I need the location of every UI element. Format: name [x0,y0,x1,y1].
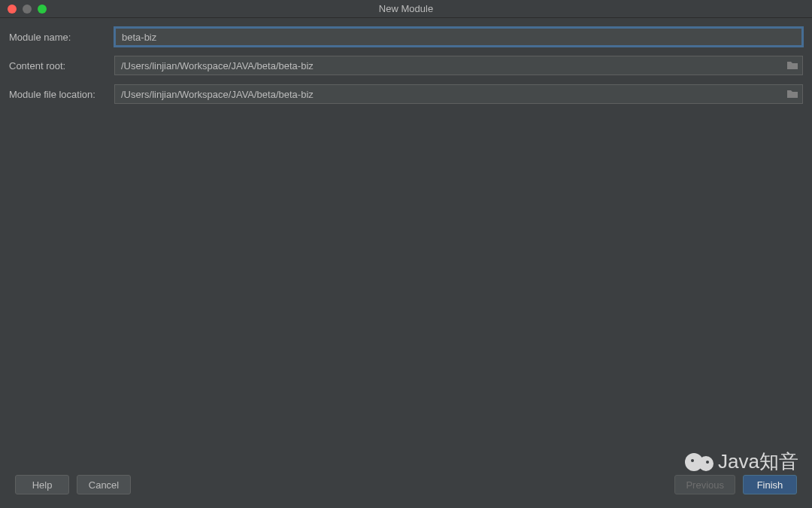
titlebar: New Module [0,0,812,18]
browse-folder-icon[interactable] [786,90,798,99]
module-file-location-label: Module file location: [9,89,114,100]
minimize-window-button[interactable] [23,5,32,14]
content-root-row: Content root: [9,56,803,75]
module-file-location-row: Module file location: [9,84,803,104]
module-name-row: Module name: [9,27,803,47]
content-root-wrap [114,56,803,75]
module-name-label: Module name: [9,32,114,43]
maximize-window-button[interactable] [38,5,47,14]
form-content: Module name: Content root: Module file l… [0,18,812,122]
module-name-input[interactable] [114,27,803,47]
button-bar: Help Cancel Previous Finish [0,475,812,494]
browse-folder-icon[interactable] [786,61,798,70]
finish-button[interactable]: Finish [743,475,797,494]
module-file-location-input[interactable] [114,84,803,104]
watermark: Java知音 [685,449,798,475]
cancel-button[interactable]: Cancel [77,475,131,494]
wechat-icon [685,450,714,474]
left-buttons: Help Cancel [15,475,131,494]
right-buttons: Previous Finish [674,475,797,494]
module-file-location-wrap [114,84,803,104]
help-button[interactable]: Help [15,475,69,494]
content-root-input[interactable] [114,56,803,75]
module-name-wrap [114,27,803,47]
watermark-text: Java知音 [718,449,798,475]
content-root-label: Content root: [9,60,114,71]
window-title: New Module [379,3,433,14]
close-window-button[interactable] [8,5,17,14]
window-controls [0,5,47,14]
previous-button[interactable]: Previous [674,475,735,494]
